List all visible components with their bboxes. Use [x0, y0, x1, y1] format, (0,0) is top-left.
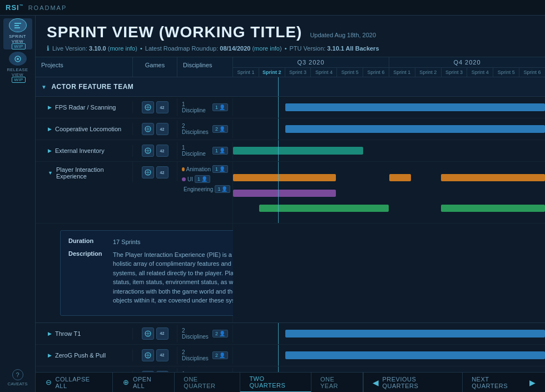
game-icon-sc	[142, 101, 154, 113]
updated-label: Updated Aug 18th, 2020	[310, 32, 376, 38]
game-icon-sc-zerog	[142, 349, 154, 361]
external-inventory-timeline	[233, 140, 545, 161]
svg-rect-1	[14, 25, 19, 26]
release-icon	[9, 52, 27, 66]
project-zerog-push-pull: ▶ ZeroG Push & Pull 42 2 Disciplines 2 👤	[36, 345, 545, 366]
svg-point-4	[17, 58, 19, 60]
bottom-toolbar: ⊖ COLLAPSE ALL ⊕ OPEN ALL ONE QUARTER TW…	[36, 372, 545, 392]
col-projects-header: Projects	[36, 57, 133, 77]
external-inventory-name[interactable]: ▶ External Inventory	[36, 145, 133, 157]
prev-arrow-icon: ◀	[373, 378, 379, 387]
sprint-q4-2: Sprint 2	[415, 68, 442, 77]
player-interaction-disciplines-col: Animation 1 👤 UI 1 👤	[177, 162, 233, 223]
coop-locomotion-disciplines: 2 Disciplines 2 👤	[177, 120, 233, 138]
one-quarter-button[interactable]: ONE QUARTER	[175, 373, 240, 393]
next-arrow-icon: ▶	[529, 378, 536, 387]
page-header: SPRINT VIEW (WORKING TITLE) Updated Aug …	[36, 16, 545, 57]
project-player-interaction: ▼ Player Interaction Experience 42 Anima…	[36, 162, 545, 224]
throw-t1-timeline	[233, 323, 545, 344]
svg-rect-2	[14, 27, 20, 28]
coop-locomotion-name[interactable]: ▶ Cooperative Locomotion	[36, 123, 133, 135]
open-all-button[interactable]: ⊕ OPEN ALL	[113, 373, 175, 393]
svg-rect-0	[14, 23, 21, 24]
sprint-q4-1: Sprint 1	[389, 68, 415, 77]
collapse-all-button[interactable]: ⊖ COLLAPSE ALL	[36, 373, 113, 393]
expand-arrow-pie: ▼	[48, 170, 53, 176]
sprint-icon	[9, 18, 27, 32]
open-icon: ⊕	[123, 378, 130, 386]
zerog-push-pull-name[interactable]: ▶ ZeroG Push & Pull	[36, 349, 133, 361]
rsi-logo: RSI™	[6, 3, 24, 12]
table-container[interactable]: Projects Games Disciplines Q3 2020 Q4 20…	[36, 57, 545, 372]
detail-panel-container: Duration 17 Sprints Description The Play…	[36, 224, 233, 322]
expand-arrow-zerog: ▶	[48, 353, 52, 358]
fps-radar-games: 42	[133, 98, 177, 116]
more-info-link-2[interactable]: more info	[254, 45, 280, 52]
team-actor-feature-label: ▼ ACTOR FEATURE TEAM	[36, 83, 233, 91]
caveats-button[interactable]: ? CAVEATS	[7, 369, 27, 386]
sidebar: SPRINTVIEWWIP RELEASEVIEWWIP ? CAVEATS	[0, 16, 36, 392]
previous-quarters-button[interactable]: ◀ PREVIOUS QUARTERS	[363, 373, 462, 393]
ext-inv-members-badge: 1 👤	[212, 147, 228, 155]
game-icon-sc-throw	[142, 328, 154, 340]
content-area: SPRINT VIEW (WORKING TITLE) Updated Aug …	[36, 16, 545, 392]
sidebar-item-release-view[interactable]: RELEASEVIEWWIP	[3, 52, 32, 83]
expand-arrow-fps: ▶	[48, 105, 52, 110]
throw-t1-disciplines: 2 Disciplines 2 👤	[177, 325, 233, 343]
player-interaction-name[interactable]: ▼ Player Interaction Experience	[36, 162, 133, 182]
fps-radar-name[interactable]: ▶ FPS Radar / Scanning	[36, 101, 133, 113]
throw-t1-games: 42	[133, 325, 177, 343]
game-icon-sq42-zerog: 42	[156, 349, 169, 361]
sprint-q3-2: Sprint 2	[259, 68, 285, 77]
expand-arrow-coop: ▶	[48, 126, 52, 132]
sprint-q4-6: Sprint 6	[519, 68, 545, 77]
game-icon-sc-pie	[142, 166, 154, 178]
top-navigation: RSI™ ROADMAP	[0, 0, 545, 16]
sprint-q3-1: Sprint 1	[233, 68, 259, 77]
game-icon-sq42-throw: 42	[156, 328, 169, 340]
roadmap-label: ROADMAP	[28, 4, 67, 11]
project-throw-t1: ▶ Throw T1 42 2 Disciplines 2 👤	[36, 323, 545, 345]
project-force-reactions: ▶ Force Reactions 42 1 Discipline 1 👤	[36, 366, 545, 373]
team-actor-feature-timeline	[233, 77, 545, 96]
player-interaction-games: 42	[133, 162, 177, 181]
sidebar-bottom: ? CAVEATS	[7, 369, 27, 392]
col-timeline-header: Q3 2020 Q4 2020 Sprint 1 Sprint 2 Sprint…	[233, 57, 545, 77]
quarter-q4-label: Q4 2020	[389, 57, 545, 67]
col-games-header: Games	[133, 57, 177, 77]
game-icon-sc-coop	[142, 123, 154, 135]
collapse-icon: ⊖	[46, 378, 52, 386]
external-inventory-disciplines: 1 Discipline 1 👤	[177, 142, 233, 160]
info-icon: ℹ	[47, 44, 49, 52]
page-title: SPRINT VIEW (WORKING TITLE)	[47, 23, 302, 41]
coop-locomotion-timeline	[233, 118, 545, 140]
release-svg	[13, 54, 22, 63]
game-icon-sc-ext	[142, 145, 154, 157]
more-info-link-1[interactable]: more info	[110, 45, 135, 52]
fps-radar-disciplines: 1 Discipline 1 👤	[177, 98, 233, 116]
sprint-view-label: SPRINTVIEWWIP	[9, 34, 26, 49]
caveats-icon: ?	[12, 369, 23, 380]
external-inventory-games: 42	[133, 142, 177, 160]
two-quarters-button[interactable]: TWO QUARTERS	[240, 373, 311, 393]
main-layout: SPRINTVIEWWIP RELEASEVIEWWIP ? CAVEATS	[0, 16, 545, 392]
live-info-bar: ℹ Live Version: 3.10.0 (more info) • Lat…	[47, 44, 534, 52]
expand-arrow-ext-inv: ▶	[48, 148, 52, 153]
force-reactions-games: 42	[133, 368, 177, 373]
sidebar-item-sprint-view[interactable]: SPRINTVIEWWIP	[3, 18, 32, 49]
one-year-button[interactable]: ONE YEAR	[311, 373, 363, 393]
fps-radar-timeline	[233, 97, 545, 118]
sprint-q3-6: Sprint 6	[363, 68, 389, 77]
expand-arrow-throw: ▶	[48, 331, 52, 336]
sprint-q3-5: Sprint 5	[337, 68, 363, 77]
game-icon-sq42-ext: 42	[156, 145, 169, 157]
game-icon-sq42-coop: 42	[156, 123, 169, 135]
project-cooperative-locomotion: ▶ Cooperative Locomotion 42 2 Discipline…	[36, 118, 545, 140]
team-actor-feature-header[interactable]: ▼ ACTOR FEATURE TEAM	[36, 77, 545, 97]
table-header: Projects Games Disciplines Q3 2020 Q4 20…	[36, 57, 545, 77]
collapse-arrow: ▼	[41, 84, 47, 90]
sprint-q4-4: Sprint 4	[467, 68, 493, 77]
next-quarters-button[interactable]: NEXT QUARTERS ▶	[462, 373, 545, 393]
sprint-svg	[13, 21, 22, 30]
throw-t1-name[interactable]: ▶ Throw T1	[36, 328, 133, 340]
